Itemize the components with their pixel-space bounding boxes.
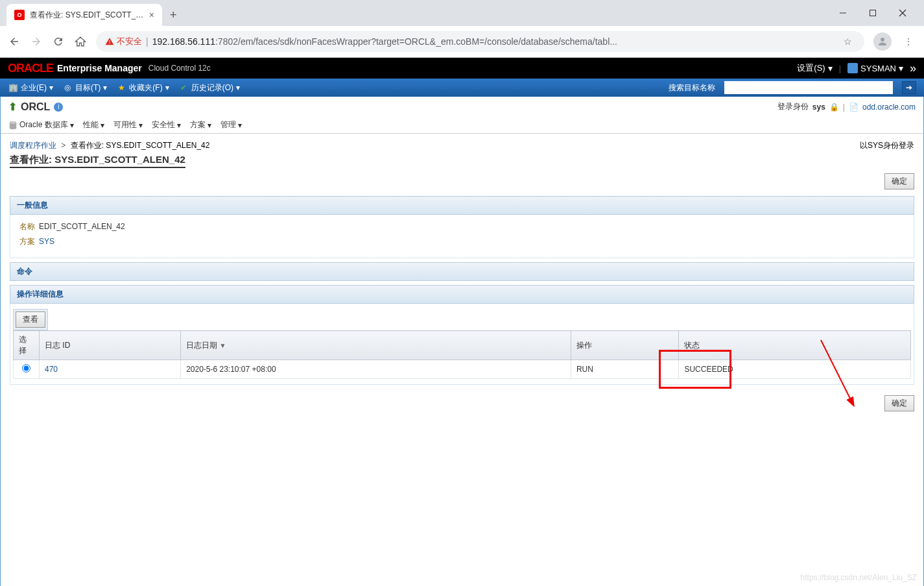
view-button[interactable]: 查看 [16, 311, 45, 328]
back-button[interactable] [8, 35, 21, 48]
col-status[interactable]: 状态 [679, 331, 911, 360]
forward-button[interactable] [30, 35, 43, 48]
close-tab-icon[interactable]: × [149, 10, 154, 20]
overflow-icon[interactable]: » [910, 62, 916, 75]
section-command-header: 命令 [10, 262, 914, 281]
nav-favorites[interactable]: ★收藏夹(F) ▾ [116, 82, 169, 93]
page-title: 查看作业: SYS.EDIT_SCOTT_ALEN_42 [10, 154, 185, 168]
profile-avatar[interactable] [873, 32, 892, 51]
confirm-button-bottom[interactable]: 确定 [884, 395, 914, 411]
info-icon[interactable]: i [54, 103, 63, 112]
svg-point-4 [881, 38, 884, 42]
submenu-database[interactable]: Oracle 数据库 ▾ [8, 119, 74, 130]
window-controls [828, 3, 918, 23]
database-icon [8, 121, 18, 130]
tab-bar: O 查看作业: SYS.EDIT_SCOTT_ALE × + [0, 0, 924, 26]
enterprise-icon: 🏢 [8, 82, 18, 93]
submenu-admin[interactable]: 管理 ▾ [220, 119, 242, 130]
user-menu[interactable]: SYSMAN ▾ [847, 63, 903, 73]
sort-desc-icon: ▼ [219, 342, 226, 349]
status-cell: SUCCEEDED [679, 360, 911, 379]
insecure-badge: 不安全 [105, 36, 142, 47]
section-general-header: 一般信息 [10, 196, 914, 215]
col-select: 选择 [14, 331, 40, 360]
schema-label: 方案 [19, 237, 35, 246]
col-log-date[interactable]: 日志日期 ▼ [181, 331, 571, 360]
product-header: ORACLE Enterprise Manager Cloud Control … [0, 58, 924, 79]
submenu-security[interactable]: 安全性 ▾ [152, 119, 181, 130]
close-window-button[interactable] [888, 3, 918, 23]
submenu-availability[interactable]: 可用性 ▾ [113, 119, 143, 130]
name-label: 名称 [19, 222, 35, 231]
table-row: 470 2020-5-6 23:10:07 +08:00 RUN SUCCEED… [14, 360, 911, 379]
search-input[interactable] [724, 81, 893, 94]
home-button[interactable] [74, 35, 87, 48]
svg-point-6 [10, 121, 17, 123]
confirm-button-top[interactable]: 确定 [884, 173, 914, 189]
search-button[interactable]: ➔ [902, 81, 916, 94]
settings-menu[interactable]: 设置(S) ▾ [797, 62, 832, 74]
url-text: 192.168.56.111:7802/em/faces/sdk/nonFace… [152, 36, 617, 47]
product-name: Enterprise Manager [57, 63, 142, 73]
breadcrumb-current: 查看作业: SYS.EDIT_SCOTT_ALEN_42 [71, 141, 210, 150]
minimize-button[interactable] [828, 3, 858, 23]
row-select-radio[interactable] [22, 364, 30, 372]
warning-icon [105, 37, 114, 46]
chevron-down-icon: ▾ [899, 63, 903, 73]
log-date-cell: 2020-5-6 23:10:07 +08:00 [181, 360, 571, 379]
kebab-menu-icon[interactable]: ⋮ [901, 34, 916, 49]
submenu-performance[interactable]: 性能 ▾ [83, 119, 104, 130]
login-role: 以SYS身份登录 [860, 140, 914, 151]
breadcrumb-link[interactable]: 调度程序作业 [10, 141, 56, 150]
browser-tab[interactable]: O 查看作业: SYS.EDIT_SCOTT_ALE × [6, 4, 162, 26]
oracle-logo: ORACLE [8, 62, 53, 75]
target-icon: ◎ [62, 82, 73, 93]
content-wrapper: ⬆ ORCL i 登录身份 sys 🔒 | 📄 odd.oracle.com O… [0, 97, 924, 586]
url-box[interactable]: 不安全 | 192.168.56.111:7802/em/faces/sdk/n… [96, 31, 864, 52]
check-icon: ✔ [178, 82, 189, 93]
address-bar: 不安全 | 192.168.56.111:7802/em/faces/sdk/n… [0, 26, 924, 57]
name-value: EDIT_SCOTT_ALEN_42 [39, 222, 125, 231]
section-general: 一般信息 名称EDIT_SCOTT_ALEN_42 方案SYS [10, 196, 914, 258]
chevron-down-icon: ▾ [828, 63, 833, 73]
section-details: 操作详细信息 查看 选择 日志 ID 日志日期 ▼ 操作 状态 [10, 285, 914, 385]
section-details-header: 操作详细信息 [10, 285, 914, 304]
nav-history[interactable]: ✔历史记录(O) ▾ [178, 82, 240, 93]
nav-enterprise[interactable]: 🏢企业(E) ▾ [8, 82, 53, 93]
nav-target[interactable]: ◎目标(T) ▾ [62, 82, 107, 93]
log-id-link[interactable]: 470 [45, 365, 58, 374]
watermark: https://blog.csdn.net/Alen_Liu_SZ [801, 573, 917, 582]
host-link[interactable]: odd.oracle.com [862, 103, 916, 112]
operation-cell: RUN [571, 360, 678, 379]
tab-title: 查看作业: SYS.EDIT_SCOTT_ALE [30, 10, 144, 21]
search-label: 搜索目标名称 [669, 82, 715, 93]
product-version: Cloud Control 12c [148, 64, 211, 73]
host-icon: 📄 [849, 103, 859, 112]
lock-icon: 🔒 [829, 103, 839, 112]
col-operation[interactable]: 操作 [571, 331, 678, 360]
submenu-schema[interactable]: 方案 ▾ [190, 119, 211, 130]
reload-button[interactable] [52, 35, 65, 48]
main-content: 调度程序作业 > 查看作业: SYS.EDIT_SCOTT_ALEN_42 以S… [1, 134, 923, 424]
schema-value: SYS [39, 237, 54, 246]
user-icon [847, 63, 858, 73]
browser-chrome: O 查看作业: SYS.EDIT_SCOTT_ALE × + 不安全 | 192… [0, 0, 924, 58]
star-icon: ★ [116, 82, 126, 93]
target-sub-menu: Oracle 数据库 ▾ 性能 ▾ 可用性 ▾ 安全性 ▾ 方案 ▾ 管理 ▾ [1, 117, 923, 134]
section-command: 命令 [10, 262, 914, 281]
target-title: ⬆ ORCL i [8, 101, 63, 113]
col-log-id[interactable]: 日志 ID [40, 331, 181, 360]
up-arrow-icon: ⬆ [8, 101, 17, 113]
breadcrumb: 调度程序作业 > 查看作业: SYS.EDIT_SCOTT_ALEN_42 以S… [10, 140, 914, 151]
details-table: 选择 日志 ID 日志日期 ▼ 操作 状态 470 2020-5-6 23:10… [13, 330, 911, 379]
maximize-button[interactable] [858, 3, 888, 23]
global-nav: 🏢企业(E) ▾ ◎目标(T) ▾ ★收藏夹(F) ▾ ✔历史记录(O) ▾ 搜… [0, 79, 924, 97]
favicon-icon: O [14, 10, 25, 20]
login-info: 登录身份 sys 🔒 | 📄 odd.oracle.com [777, 101, 916, 112]
target-header: ⬆ ORCL i 登录身份 sys 🔒 | 📄 odd.oracle.com [1, 97, 923, 117]
svg-rect-1 [870, 10, 876, 16]
new-tab-button[interactable]: + [162, 3, 185, 27]
table-header-row: 选择 日志 ID 日志日期 ▼ 操作 状态 [14, 331, 911, 360]
star-icon[interactable]: ☆ [840, 34, 855, 49]
